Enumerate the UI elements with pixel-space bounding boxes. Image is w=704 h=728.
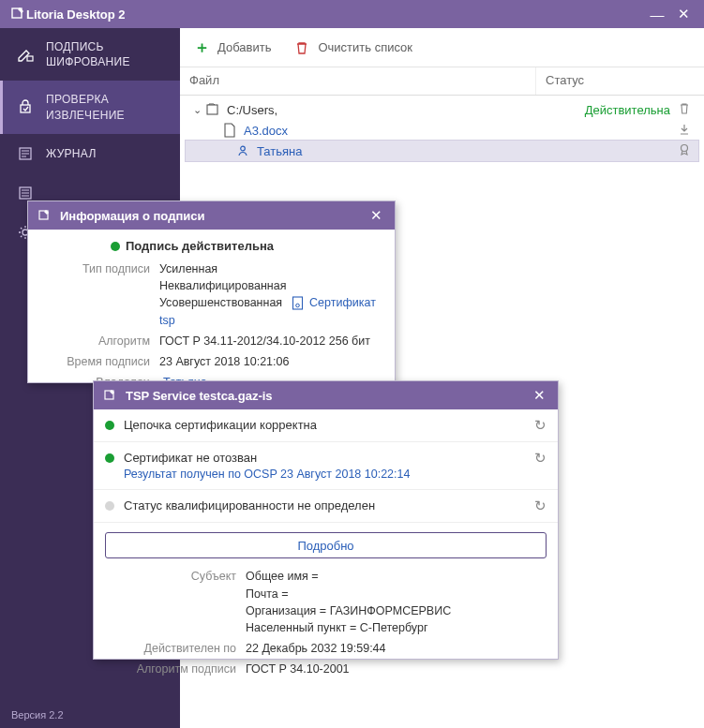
status-dot (111, 242, 120, 251)
edit-icon (36, 207, 52, 224)
column-file[interactable]: Файл (180, 67, 536, 95)
status-dot (105, 421, 114, 430)
add-label: Добавить (217, 40, 271, 54)
folder-path: C:/Users, (227, 103, 277, 117)
log-icon (15, 143, 36, 164)
check-subtext: Результат получен по OCSP 23 Август 2018… (124, 467, 525, 483)
app-title: Litoria Desktop 2 (26, 7, 644, 22)
window-header[interactable]: Информация о подписи ✕ (28, 201, 395, 230)
close-button[interactable]: ✕ (670, 1, 697, 27)
check-text: Цепочка сертификации корректна (124, 417, 525, 434)
plus-icon: ＋ (193, 39, 210, 56)
refresh-icon[interactable]: ↻ (534, 417, 547, 434)
status-text: Действительна (585, 103, 670, 117)
minimize-button[interactable]: — (644, 1, 670, 27)
download-icon[interactable] (670, 123, 698, 139)
trash-icon (293, 39, 310, 56)
tsp-service-window: TSP Service testca.gaz-is ✕ Цепочка серт… (93, 380, 559, 660)
refresh-icon[interactable]: ↻ (534, 498, 547, 514)
svg-rect-6 (207, 105, 217, 114)
signature-status: Подпись действительна (28, 230, 395, 259)
sidebar-item-label: ПОДПИСЬ ШИФРОВАНИЕ (46, 39, 130, 69)
sidebar-item-log[interactable]: ЖУРНАЛ (0, 134, 180, 173)
add-button[interactable]: ＋ Добавить (193, 39, 271, 56)
tree-row-signer[interactable]: Татьяна (186, 141, 698, 161)
file-tree: ⌄ C:/Users, Действительна A3.docx Татьян… (180, 96, 704, 163)
column-status[interactable]: Статус (536, 67, 704, 95)
detail-button[interactable]: Подробно (105, 532, 547, 558)
status-dot (105, 453, 114, 463)
certificate-icon (289, 295, 306, 312)
check-row: Сертификат не отозванРезультат получен п… (94, 442, 558, 490)
file-name: A3.docx (244, 124, 288, 138)
verify-icon (15, 97, 36, 118)
tree-row-folder[interactable]: ⌄ C:/Users, Действительна (186, 99, 698, 120)
check-row: Статус квалифицированности не определен↻ (94, 490, 558, 523)
rosette-icon (670, 143, 698, 159)
app-icon (9, 6, 26, 22)
close-icon[interactable]: ✕ (528, 384, 550, 407)
sidebar-item-label: ЖУРНАЛ (46, 146, 97, 161)
file-icon (221, 122, 238, 139)
list-header: Файл Статус (180, 67, 704, 96)
signer-name: Татьяна (257, 144, 302, 158)
toolbar: ＋ Добавить Очистить список (180, 28, 704, 67)
chevron-down-icon[interactable]: ⌄ (193, 104, 202, 116)
sidebar-item-verify[interactable]: ПРОВЕРКА ИЗВЛЕЧЕНИЕ (0, 81, 180, 133)
sidebar-item-sign[interactable]: ПОДПИСЬ ШИФРОВАНИЕ (0, 28, 180, 81)
titlebar: Litoria Desktop 2 — ✕ (0, 0, 704, 28)
edit-icon (101, 387, 118, 404)
folder-icon (204, 101, 221, 118)
status-dot (105, 501, 114, 511)
close-icon[interactable]: ✕ (365, 204, 387, 227)
signature-info-window: Информация о подписи ✕ Подпись действите… (27, 201, 396, 383)
svg-point-11 (295, 305, 299, 308)
check-text: Статус квалифицированности не определен (124, 498, 525, 514)
tree-row-file[interactable]: A3.docx (186, 120, 698, 141)
window-title: Информация о подписи (60, 209, 357, 223)
version-label: Версия 2.2 (0, 702, 180, 728)
pen-lock-icon (15, 44, 36, 65)
clear-label: Очистить список (318, 40, 412, 54)
clear-button[interactable]: Очистить список (293, 39, 412, 56)
check-text: Сертификат не отозван (124, 450, 525, 467)
window-title: TSP Service testca.gaz-is (126, 389, 520, 403)
refresh-icon[interactable]: ↻ (534, 450, 547, 467)
check-row: Цепочка сертификации корректна↻ (94, 409, 558, 442)
person-icon (234, 142, 251, 159)
svg-point-8 (682, 144, 688, 151)
sidebar-item-label: ПРОВЕРКА ИЗВЛЕЧЕНИЕ (46, 92, 125, 122)
svg-point-7 (241, 146, 246, 151)
delete-icon[interactable] (670, 102, 698, 118)
window-header[interactable]: TSP Service testca.gaz-is ✕ (94, 381, 558, 409)
svg-rect-1 (27, 56, 33, 61)
